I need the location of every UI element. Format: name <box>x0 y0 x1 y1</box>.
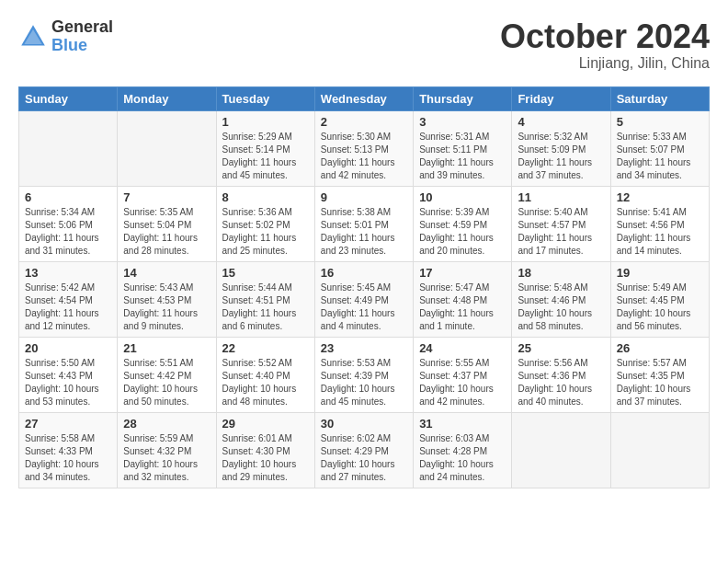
day-info: Sunrise: 5:51 AM Sunset: 4:42 PM Dayligh… <box>123 357 210 408</box>
day-info: Sunrise: 5:45 AM Sunset: 4:49 PM Dayligh… <box>321 282 407 333</box>
day-number: 27 <box>25 417 111 431</box>
day-number: 17 <box>419 266 506 280</box>
calendar-day-cell: 19Sunrise: 5:49 AM Sunset: 4:45 PM Dayli… <box>610 261 709 337</box>
day-number: 14 <box>123 266 210 280</box>
day-info: Sunrise: 5:38 AM Sunset: 5:01 PM Dayligh… <box>321 206 407 258</box>
day-number: 26 <box>617 341 703 355</box>
day-info: Sunrise: 5:35 AM Sunset: 5:04 PM Dayligh… <box>123 206 210 258</box>
title-block: October 2024 Linjiang, Jilin, China <box>500 18 710 72</box>
day-info: Sunrise: 5:29 AM Sunset: 5:14 PM Dayligh… <box>222 131 309 182</box>
day-number: 18 <box>518 266 604 280</box>
day-info: Sunrise: 5:57 AM Sunset: 4:35 PM Dayligh… <box>617 357 703 408</box>
calendar-day-cell: 2Sunrise: 5:30 AM Sunset: 5:13 PM Daylig… <box>314 110 413 186</box>
day-info: Sunrise: 5:42 AM Sunset: 4:54 PM Dayligh… <box>25 282 111 333</box>
day-number: 2 <box>321 115 407 129</box>
day-info: Sunrise: 5:56 AM Sunset: 4:36 PM Dayligh… <box>518 357 604 408</box>
day-number: 4 <box>518 115 604 129</box>
day-number: 25 <box>518 341 604 355</box>
weekday-header: Wednesday <box>314 86 413 110</box>
day-info: Sunrise: 5:36 AM Sunset: 5:02 PM Dayligh… <box>222 206 309 258</box>
calendar-day-cell: 28Sunrise: 5:59 AM Sunset: 4:32 PM Dayli… <box>118 412 216 488</box>
calendar-day-cell: 14Sunrise: 5:43 AM Sunset: 4:53 PM Dayli… <box>118 261 216 337</box>
weekday-header: Saturday <box>610 86 709 110</box>
calendar-day-cell: 23Sunrise: 5:53 AM Sunset: 4:39 PM Dayli… <box>314 337 413 412</box>
day-number: 5 <box>617 115 703 129</box>
day-info: Sunrise: 5:49 AM Sunset: 4:45 PM Dayligh… <box>617 282 703 333</box>
location: Linjiang, Jilin, China <box>500 55 710 72</box>
weekday-header: Tuesday <box>216 86 314 110</box>
day-info: Sunrise: 5:52 AM Sunset: 4:40 PM Dayligh… <box>222 357 309 408</box>
logo-icon <box>18 22 48 52</box>
calendar-day-cell: 11Sunrise: 5:40 AM Sunset: 4:57 PM Dayli… <box>512 186 610 261</box>
calendar-day-cell: 21Sunrise: 5:51 AM Sunset: 4:42 PM Dayli… <box>118 337 216 412</box>
calendar-week-row: 6Sunrise: 5:34 AM Sunset: 5:06 PM Daylig… <box>19 186 710 261</box>
day-number: 1 <box>222 115 309 129</box>
calendar-day-cell: 20Sunrise: 5:50 AM Sunset: 4:43 PM Dayli… <box>19 337 118 412</box>
calendar-day-cell: 17Sunrise: 5:47 AM Sunset: 4:48 PM Dayli… <box>414 261 512 337</box>
day-number: 16 <box>321 266 407 280</box>
day-number: 3 <box>419 115 506 129</box>
calendar-day-cell: 9Sunrise: 5:38 AM Sunset: 5:01 PM Daylig… <box>314 186 413 261</box>
calendar-day-cell: 27Sunrise: 5:58 AM Sunset: 4:33 PM Dayli… <box>19 412 118 488</box>
calendar-day-cell: 12Sunrise: 5:41 AM Sunset: 4:56 PM Dayli… <box>610 186 709 261</box>
day-info: Sunrise: 5:59 AM Sunset: 4:32 PM Dayligh… <box>123 432 210 484</box>
calendar-week-row: 13Sunrise: 5:42 AM Sunset: 4:54 PM Dayli… <box>19 261 710 337</box>
day-info: Sunrise: 5:47 AM Sunset: 4:48 PM Dayligh… <box>419 282 506 333</box>
weekday-header: Sunday <box>19 86 118 110</box>
calendar-day-cell: 25Sunrise: 5:56 AM Sunset: 4:36 PM Dayli… <box>512 337 610 412</box>
day-number: 10 <box>419 190 506 204</box>
day-number: 19 <box>617 266 703 280</box>
day-info: Sunrise: 5:30 AM Sunset: 5:13 PM Dayligh… <box>321 131 407 182</box>
day-number: 11 <box>518 190 604 204</box>
calendar-day-cell: 24Sunrise: 5:55 AM Sunset: 4:37 PM Dayli… <box>414 337 512 412</box>
day-info: Sunrise: 5:39 AM Sunset: 4:59 PM Dayligh… <box>419 206 506 258</box>
day-number: 22 <box>222 341 309 355</box>
day-info: Sunrise: 5:31 AM Sunset: 5:11 PM Dayligh… <box>419 131 506 182</box>
calendar-day-cell <box>118 110 216 186</box>
page-header: General Blue October 2024 Linjiang, Jili… <box>18 18 710 72</box>
weekday-header: Monday <box>118 86 216 110</box>
calendar-day-cell: 18Sunrise: 5:48 AM Sunset: 4:46 PM Dayli… <box>512 261 610 337</box>
calendar-day-cell: 16Sunrise: 5:45 AM Sunset: 4:49 PM Dayli… <box>314 261 413 337</box>
weekday-header: Friday <box>512 86 610 110</box>
logo-blue: Blue <box>51 37 113 55</box>
day-number: 9 <box>321 190 407 204</box>
day-info: Sunrise: 5:55 AM Sunset: 4:37 PM Dayligh… <box>419 357 506 408</box>
calendar-table: SundayMondayTuesdayWednesdayThursdayFrid… <box>18 86 710 488</box>
day-number: 21 <box>123 341 210 355</box>
day-info: Sunrise: 5:48 AM Sunset: 4:46 PM Dayligh… <box>518 282 604 333</box>
calendar-day-cell <box>19 110 118 186</box>
logo-text: General Blue <box>51 18 113 55</box>
day-number: 12 <box>617 190 703 204</box>
day-info: Sunrise: 5:34 AM Sunset: 5:06 PM Dayligh… <box>25 206 111 258</box>
calendar-day-cell: 3Sunrise: 5:31 AM Sunset: 5:11 PM Daylig… <box>414 110 512 186</box>
calendar-day-cell <box>610 412 709 488</box>
calendar-day-cell: 5Sunrise: 5:33 AM Sunset: 5:07 PM Daylig… <box>610 110 709 186</box>
day-number: 13 <box>25 266 111 280</box>
day-number: 20 <box>25 341 111 355</box>
day-number: 8 <box>222 190 309 204</box>
day-number: 23 <box>321 341 407 355</box>
weekday-header: Thursday <box>414 86 512 110</box>
calendar-day-cell: 22Sunrise: 5:52 AM Sunset: 4:40 PM Dayli… <box>216 337 314 412</box>
calendar-header-row: SundayMondayTuesdayWednesdayThursdayFrid… <box>19 86 710 110</box>
day-info: Sunrise: 5:50 AM Sunset: 4:43 PM Dayligh… <box>25 357 111 408</box>
calendar-week-row: 20Sunrise: 5:50 AM Sunset: 4:43 PM Dayli… <box>19 337 710 412</box>
calendar-day-cell: 4Sunrise: 5:32 AM Sunset: 5:09 PM Daylig… <box>512 110 610 186</box>
day-number: 15 <box>222 266 309 280</box>
day-info: Sunrise: 6:02 AM Sunset: 4:29 PM Dayligh… <box>321 432 407 484</box>
calendar-week-row: 27Sunrise: 5:58 AM Sunset: 4:33 PM Dayli… <box>19 412 710 488</box>
calendar-day-cell: 26Sunrise: 5:57 AM Sunset: 4:35 PM Dayli… <box>610 337 709 412</box>
day-info: Sunrise: 5:32 AM Sunset: 5:09 PM Dayligh… <box>518 131 604 182</box>
day-number: 7 <box>123 190 210 204</box>
day-info: Sunrise: 5:43 AM Sunset: 4:53 PM Dayligh… <box>123 282 210 333</box>
month-title: October 2024 <box>500 18 710 55</box>
day-info: Sunrise: 5:40 AM Sunset: 4:57 PM Dayligh… <box>518 206 604 258</box>
day-info: Sunrise: 5:58 AM Sunset: 4:33 PM Dayligh… <box>25 432 111 484</box>
day-number: 29 <box>222 417 309 431</box>
calendar-day-cell <box>512 412 610 488</box>
day-number: 6 <box>25 190 111 204</box>
day-info: Sunrise: 6:01 AM Sunset: 4:30 PM Dayligh… <box>222 432 309 484</box>
day-number: 31 <box>419 417 506 431</box>
day-number: 30 <box>321 417 407 431</box>
